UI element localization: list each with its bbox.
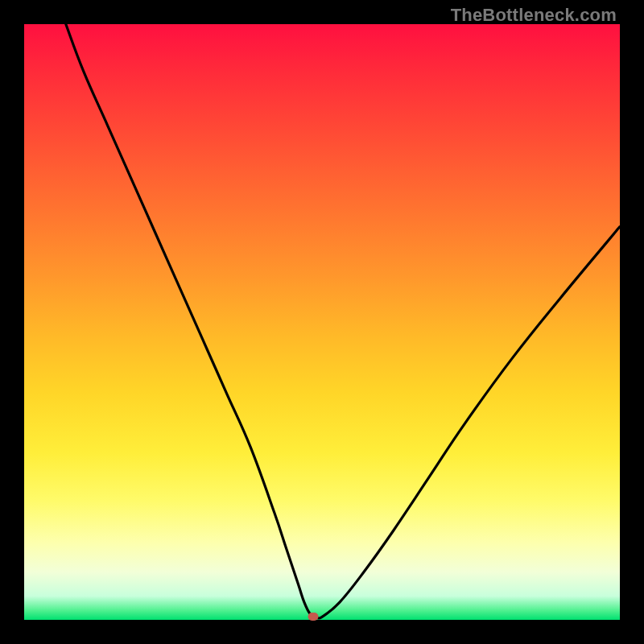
watermark-text: TheBottleneck.com (451, 5, 617, 26)
bottleneck-curve (24, 24, 620, 620)
chart-frame: TheBottleneck.com (0, 0, 644, 644)
optimum-marker (308, 613, 318, 621)
plot-area (24, 24, 620, 620)
